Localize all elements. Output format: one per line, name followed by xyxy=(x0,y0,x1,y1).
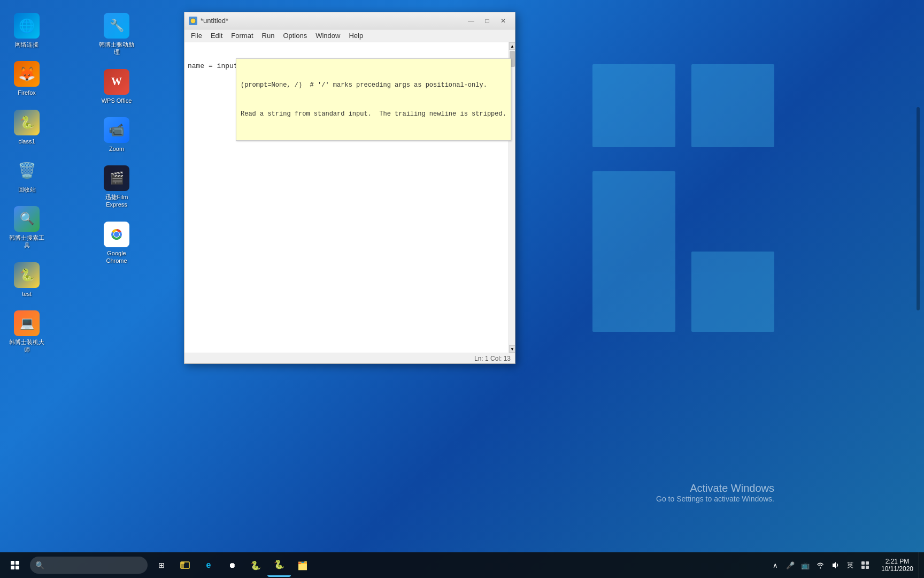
taskbar-obs[interactable]: ⏺ xyxy=(220,553,244,577)
wps-icon: W xyxy=(104,69,129,95)
install-label: 韩博士装机大师 xyxy=(7,338,46,354)
idle-window: *untitled* — □ ✕ File Edit Format Run Op… xyxy=(184,12,515,364)
task-view-button[interactable]: ⊞ xyxy=(150,553,173,577)
network-label: 网络连接 xyxy=(15,41,38,48)
tray-display[interactable]: 📺 xyxy=(799,559,812,572)
activate-sub-text: Go to Settings to activate Windows. xyxy=(656,495,774,503)
desktop-icons-container: 🌐 网络连接 🦊 Firefox 🐍 class1 🗑️ 回收站 🔍 韩博士搜索… xyxy=(0,0,182,391)
title-bar[interactable]: *untitled* — □ ✕ xyxy=(184,12,515,29)
test-label: test xyxy=(22,290,32,298)
class1-icon: 🐍 xyxy=(14,110,40,135)
firefox-icon: 🦊 xyxy=(14,61,40,87)
svg-rect-10 xyxy=(866,561,869,565)
tray-show-hidden[interactable]: ∧ xyxy=(769,559,782,572)
editor-area[interactable]: name = input( (prompt=None, /) # '/' mar… xyxy=(184,42,515,353)
svg-rect-9 xyxy=(861,561,865,565)
close-button[interactable]: ✕ xyxy=(496,16,511,26)
tray-network[interactable] xyxy=(814,559,827,572)
desktop-icon-class1[interactable]: 🐍 class1 xyxy=(5,108,48,147)
menu-help[interactable]: Help xyxy=(344,31,367,41)
network-icon: 🌐 xyxy=(14,13,40,39)
clock-date: 10/11/2020 xyxy=(881,565,913,573)
test-icon: 🐍 xyxy=(14,262,40,288)
start-button[interactable] xyxy=(2,552,28,578)
title-bar-text: *untitled* xyxy=(201,17,464,25)
svg-marker-8 xyxy=(833,562,836,568)
tray-volume[interactable] xyxy=(829,559,842,572)
activate-main-text: Activate Windows xyxy=(656,482,774,495)
taskbar-idle[interactable]: 🐍 xyxy=(267,553,291,577)
autocomplete-line1: (prompt=None, /) # '/' marks preceding a… xyxy=(241,80,506,90)
menu-file[interactable]: File xyxy=(187,31,206,41)
driver-label: 韩博士驱动助理 xyxy=(97,41,136,56)
search-tool-icon: 🔍 xyxy=(14,206,40,232)
svg-point-3 xyxy=(114,232,119,237)
search-tool-label: 韩博士搜索工具 xyxy=(7,234,46,249)
title-bar-controls: — □ ✕ xyxy=(464,16,511,26)
menu-bar: File Edit Format Run Options Window Help xyxy=(184,29,515,42)
desktop-icon-network[interactable]: 🌐 网络连接 xyxy=(5,11,48,50)
desktop-icon-zoom[interactable]: 📹 Zoom xyxy=(95,115,138,155)
title-bar-icon xyxy=(189,17,197,25)
taskbar-explorer[interactable] xyxy=(173,553,197,577)
taskbar-search[interactable]: 🔍 xyxy=(30,557,148,574)
menu-edit[interactable]: Edit xyxy=(206,31,227,41)
resize-handle[interactable] xyxy=(917,107,920,310)
class1-label: class1 xyxy=(18,138,35,145)
desktop-icon-film[interactable]: 🎬 迅捷Film Express xyxy=(95,163,138,211)
wps-label: WPS Office xyxy=(102,97,132,104)
clock-time: 2:21 PM xyxy=(886,558,910,565)
driver-icon: 🔧 xyxy=(104,13,129,39)
tray-notification-center[interactable] xyxy=(859,559,872,572)
zoom-label: Zoom xyxy=(109,145,124,153)
svg-point-4 xyxy=(190,18,196,24)
chrome-icon xyxy=(104,222,129,247)
svg-rect-11 xyxy=(861,566,865,569)
start-icon xyxy=(11,561,19,569)
desktop-icon-chrome[interactable]: Google Chrome xyxy=(95,219,138,267)
taskbar-python[interactable]: 🐍 xyxy=(244,553,267,577)
recycle-icon: 🗑️ xyxy=(14,158,40,184)
maximize-button[interactable]: □ xyxy=(480,16,495,26)
menu-window[interactable]: Window xyxy=(311,31,344,41)
scrollbar-arrow-down[interactable]: ▼ xyxy=(509,345,515,353)
scrollbar-arrow-up[interactable]: ▲ xyxy=(509,42,515,50)
desktop-icon-wps[interactable]: W WPS Office xyxy=(95,67,138,107)
desktop: 🌐 网络连接 🦊 Firefox 🐍 class1 🗑️ 回收站 🔍 韩博士搜索… xyxy=(0,0,924,578)
svg-rect-6 xyxy=(181,564,184,568)
menu-format[interactable]: Format xyxy=(227,31,257,41)
taskbar-edge[interactable]: e xyxy=(197,553,220,577)
show-desktop-button[interactable] xyxy=(919,552,922,578)
menu-options[interactable]: Options xyxy=(279,31,311,41)
film-icon: 🎬 xyxy=(104,165,129,191)
svg-rect-12 xyxy=(866,566,869,569)
desktop-icon-recycle[interactable]: 🗑️ 回收站 xyxy=(5,156,48,195)
taskbar-file-manager[interactable]: 🗂️ xyxy=(291,553,314,577)
chrome-label: Google Chrome xyxy=(97,249,136,265)
tray-language[interactable]: 英 xyxy=(844,559,857,572)
film-label: 迅捷Film Express xyxy=(97,193,136,209)
recycle-label: 回收站 xyxy=(18,186,36,193)
svg-rect-7 xyxy=(181,562,184,564)
minimize-button[interactable]: — xyxy=(464,16,479,26)
autocomplete-popup: (prompt=None, /) # '/' marks preceding a… xyxy=(236,58,511,141)
windows-logo-bg xyxy=(592,64,774,332)
tray-microphone[interactable]: 🎤 xyxy=(784,559,797,572)
system-clock[interactable]: 2:21 PM 10/11/2020 xyxy=(876,552,919,578)
desktop-icon-install[interactable]: 💻 韩博士装机大师 xyxy=(5,308,48,356)
activate-watermark: Activate Windows Go to Settings to activ… xyxy=(656,482,774,503)
desktop-icon-test[interactable]: 🐍 test xyxy=(5,260,48,300)
firefox-label: Firefox xyxy=(18,89,36,96)
desktop-icon-search-tool[interactable]: 🔍 韩博士搜索工具 xyxy=(5,204,48,252)
menu-run[interactable]: Run xyxy=(258,31,279,41)
install-icon: 💻 xyxy=(14,310,40,336)
system-tray: ∧ 🎤 📺 英 xyxy=(765,552,876,578)
taskbar: 🔍 ⊞ e ⏺ 🐍 🐍 🗂️ ∧ 🎤 📺 xyxy=(0,552,924,578)
status-text: Ln: 1 Col: 13 xyxy=(474,355,511,362)
taskbar-search-icon: 🔍 xyxy=(35,561,44,569)
zoom-icon: 📹 xyxy=(104,117,129,143)
status-bar: Ln: 1 Col: 13 xyxy=(184,353,515,363)
desktop-icon-driver[interactable]: 🔧 韩博士驱动助理 xyxy=(95,11,138,58)
desktop-icon-firefox[interactable]: 🦊 Firefox xyxy=(5,59,48,98)
autocomplete-line2: Read a string from standard input. The t… xyxy=(241,109,506,119)
